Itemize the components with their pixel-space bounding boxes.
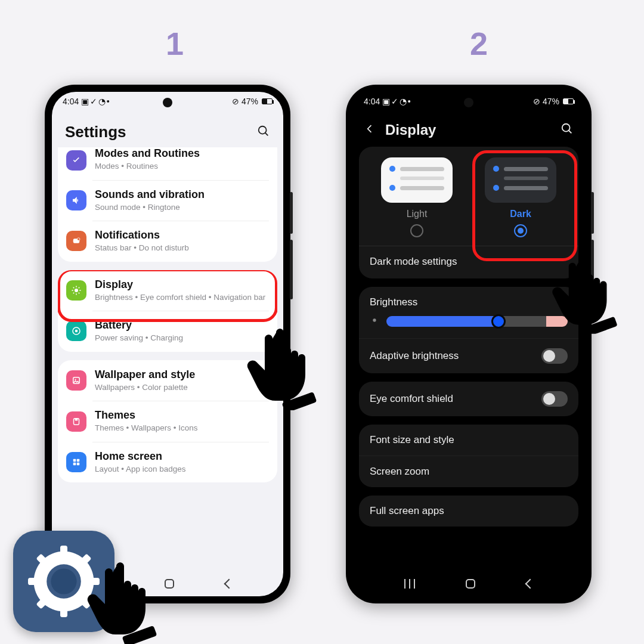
tap-pointer-settings-icon — [83, 543, 179, 644]
row-full-screen-apps[interactable]: Full screen apps — [359, 496, 578, 527]
battery-icon — [66, 321, 86, 341]
page-title: Display — [385, 122, 436, 138]
svg-rect-21 — [73, 463, 76, 466]
row-title: Sounds and vibration — [95, 188, 269, 201]
svg-rect-19 — [73, 459, 76, 462]
settings-group-1: Modes and RoutinesModes • Routines Sound… — [58, 147, 277, 262]
row-subtitle: Brightness • Eye comfort shield • Naviga… — [95, 292, 269, 303]
sound-icon — [66, 190, 86, 210]
dark-preview-icon — [485, 157, 556, 203]
row-title: Modes and Routines — [95, 147, 269, 160]
row-display[interactable]: DisplayBrightness • Eye comfort shield •… — [58, 270, 277, 311]
row-modes-routines[interactable]: Modes and RoutinesModes • Routines — [58, 147, 277, 180]
row-screen-zoom[interactable]: Screen zoom — [359, 456, 578, 487]
row-adaptive-brightness[interactable]: Adaptive brightness — [359, 338, 578, 373]
tap-pointer-display — [243, 309, 339, 410]
svg-point-26 — [51, 568, 76, 594]
step-number-2: 2 — [470, 25, 488, 62]
row-label: Adaptive brightness — [370, 350, 459, 362]
row-title: Themes — [95, 409, 269, 422]
nav-bar — [353, 571, 584, 596]
row-title: Display — [95, 278, 269, 291]
front-camera — [163, 98, 172, 107]
status-time: 4:04 ▣ ✓ ◔ • — [364, 97, 410, 106]
mode-option-dark[interactable]: Dark — [473, 157, 568, 237]
font-zoom-card: Font size and style Screen zoom — [359, 425, 578, 487]
svg-line-12 — [73, 293, 75, 294]
toggle-adaptive[interactable] — [541, 348, 568, 364]
themes-icon — [66, 411, 86, 432]
search-icon[interactable] — [257, 125, 270, 140]
settings-header: Settings — [52, 109, 283, 147]
phone-frame-2: 4:04 ▣ ✓ ◔ • ⊘47% Display Light — [346, 85, 592, 603]
volume-button — [591, 192, 594, 234]
row-subtitle: Layout • App icon badges — [95, 464, 269, 475]
toggle-eye-comfort[interactable] — [541, 391, 568, 407]
front-camera — [464, 98, 473, 107]
svg-line-24 — [569, 131, 572, 134]
svg-rect-20 — [77, 459, 80, 462]
eye-comfort-card: Eye comfort shield — [359, 382, 578, 416]
wallpaper-icon — [66, 370, 86, 391]
volume-button — [290, 192, 293, 234]
nav-back[interactable] — [525, 579, 535, 589]
svg-rect-29 — [28, 578, 39, 585]
svg-line-9 — [73, 287, 75, 289]
power-button — [290, 240, 293, 299]
notification-icon — [66, 231, 86, 251]
nav-back[interactable] — [224, 579, 234, 589]
row-sounds[interactable]: Sounds and vibrationSound mode • Rington… — [58, 180, 277, 221]
brightness-label: Brightness — [359, 287, 578, 313]
search-icon[interactable] — [561, 122, 574, 138]
radio-light[interactable] — [410, 224, 423, 237]
row-subtitle: Themes • Wallpapers • Icons — [95, 423, 269, 434]
row-label: Eye comfort shield — [370, 393, 453, 405]
row-home-screen[interactable]: Home screenLayout • App icon badges — [58, 442, 277, 483]
brightness-card: Brightness Adaptive brightness — [359, 287, 578, 373]
back-icon[interactable] — [364, 123, 376, 137]
svg-point-4 — [75, 289, 78, 292]
row-notifications[interactable]: NotificationsStatus bar • Do not disturb — [58, 221, 277, 262]
screen-display-settings: 4:04 ▣ ✓ ◔ • ⊘47% Display Light — [353, 92, 584, 596]
svg-line-10 — [79, 293, 80, 294]
mode-option-light[interactable]: Light — [370, 157, 464, 237]
svg-point-0 — [259, 126, 267, 134]
svg-rect-27 — [60, 546, 67, 557]
row-subtitle: Status bar • Do not disturb — [95, 243, 269, 253]
row-font-size[interactable]: Font size and style — [359, 425, 578, 456]
home-icon — [66, 452, 86, 472]
row-title: Notifications — [95, 229, 269, 242]
mode-label-light: Light — [370, 209, 464, 219]
light-preview-icon — [381, 157, 453, 203]
row-title: Home screen — [95, 450, 269, 463]
svg-point-3 — [78, 238, 80, 241]
nav-home[interactable] — [466, 579, 475, 589]
row-dark-mode-settings[interactable]: Dark mode settings — [359, 246, 578, 278]
row-eye-comfort[interactable]: Eye comfort shield — [359, 382, 578, 416]
radio-dark[interactable] — [514, 224, 527, 237]
svg-rect-22 — [77, 463, 80, 466]
status-right: ⊘47% — [533, 97, 574, 106]
display-icon — [66, 280, 86, 301]
fullscreen-card: Full screen apps — [359, 496, 578, 527]
status-right: ⊘47% — [232, 97, 273, 106]
svg-point-16 — [75, 379, 76, 380]
display-header: Display — [353, 109, 584, 147]
mode-label-dark: Dark — [473, 209, 568, 219]
row-subtitle: Modes • Routines — [95, 161, 269, 172]
step-number-1: 1 — [166, 25, 184, 62]
page-title: Settings — [65, 123, 126, 141]
slider-track[interactable] — [386, 316, 568, 327]
status-time: 4:04 ▣ ✓ ◔ • — [63, 97, 109, 106]
svg-rect-28 — [60, 606, 67, 617]
nav-recent[interactable] — [404, 579, 415, 589]
theme-mode-card: Light Dark Dark mode settings — [359, 147, 578, 278]
tap-pointer-dark — [549, 239, 638, 334]
slider-thumb[interactable] — [491, 314, 506, 329]
svg-line-1 — [265, 132, 268, 135]
brightness-slider[interactable] — [359, 313, 578, 338]
check-icon — [66, 150, 86, 171]
svg-line-11 — [79, 287, 80, 289]
row-subtitle: Sound mode • Ringtone — [95, 202, 269, 213]
svg-point-23 — [562, 124, 570, 132]
